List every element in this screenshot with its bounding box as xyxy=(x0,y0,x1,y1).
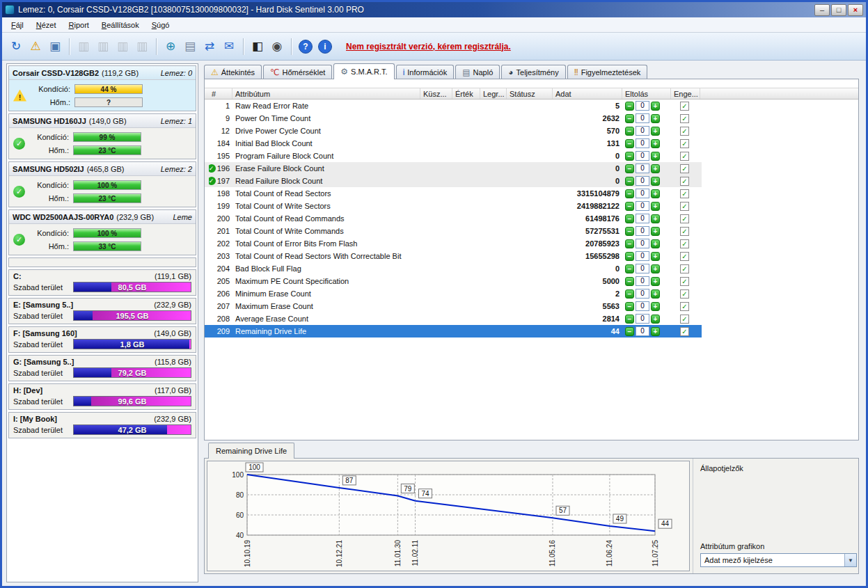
column-header-2[interactable]: Küsz... xyxy=(420,88,452,99)
offset-minus-button[interactable]: − xyxy=(625,114,634,123)
offset-value[interactable]: 0 xyxy=(636,314,649,324)
smart-row-202[interactable]: 202 Total Count of Error Bits From Flash… xyxy=(205,237,702,250)
offset-value[interactable]: 0 xyxy=(636,164,649,173)
offset-value[interactable]: 0 xyxy=(636,151,649,161)
offset-value[interactable]: 0 xyxy=(636,214,649,223)
smart-row-207[interactable]: 207 Maximum Erase Count 5563 −0+ ✓ xyxy=(205,300,702,312)
column-header-3[interactable]: Érték xyxy=(452,88,480,99)
offset-value[interactable]: 0 xyxy=(636,138,649,148)
offset-plus-button[interactable]: + xyxy=(651,327,660,336)
enabled-checkbox[interactable]: ✓ xyxy=(680,114,689,123)
smart-row-1[interactable]: 1 Raw Read Error Rate 5 −0+ ✓ xyxy=(205,100,702,112)
offset-plus-button[interactable]: + xyxy=(651,302,660,311)
minimize-button[interactable]: – xyxy=(814,4,830,16)
partition-panel[interactable]: I: [My Book](232,9 GB) Szabad terület 47… xyxy=(8,412,196,438)
web-icon[interactable]: ⊕ xyxy=(161,38,180,56)
enabled-checkbox[interactable]: ✓ xyxy=(680,127,689,136)
tab-overview[interactable]: ⚠Áttekintés xyxy=(204,65,262,79)
offset-value[interactable]: 0 xyxy=(636,301,649,311)
offset-minus-button[interactable]: − xyxy=(625,127,634,136)
offset-minus-button[interactable]: − xyxy=(625,202,634,211)
smart-row-197[interactable]: ✓197 Read Failure Block Count 0 −0+ ✓ xyxy=(205,175,702,187)
partition-panel[interactable]: E: [Samsung 5..](232,9 GB) Szabad terüle… xyxy=(8,298,196,324)
help-icon[interactable]: ? xyxy=(299,40,313,54)
enabled-checkbox[interactable]: ✓ xyxy=(680,315,689,324)
offset-minus-button[interactable]: − xyxy=(625,164,634,173)
partition-panel[interactable]: F: [Samsung 160](149,0 GB) Szabad terüle… xyxy=(8,326,196,353)
offset-value[interactable]: 0 xyxy=(636,101,649,111)
offset-minus-button[interactable]: − xyxy=(625,315,634,324)
mail-report-icon[interactable]: ✉ xyxy=(219,38,239,56)
offset-minus-button[interactable]: − xyxy=(625,327,634,336)
offset-minus-button[interactable]: − xyxy=(625,139,634,148)
offset-plus-button[interactable]: + xyxy=(651,127,660,136)
offset-plus-button[interactable]: + xyxy=(651,214,660,223)
register-notice-link[interactable]: Nem regisztrált verzió, kérem regisztrál… xyxy=(346,42,511,51)
enabled-checkbox[interactable]: ✓ xyxy=(680,177,689,186)
offset-plus-button[interactable]: + xyxy=(651,202,660,211)
refresh-disk-icon[interactable]: ⇄ xyxy=(200,38,219,56)
disk-panel[interactable]: Corsair CSSD-V128GB2(119,2 GB)Lemez: 0 !… xyxy=(8,65,196,111)
offset-plus-button[interactable]: + xyxy=(651,164,660,173)
offset-plus-button[interactable]: + xyxy=(651,277,660,286)
offset-minus-button[interactable]: − xyxy=(625,264,634,273)
offset-minus-button[interactable]: − xyxy=(625,227,634,236)
enabled-checkbox[interactable]: ✓ xyxy=(680,152,689,161)
offset-minus-button[interactable]: − xyxy=(625,277,634,286)
offset-plus-button[interactable]: + xyxy=(651,102,660,111)
smart-row-184[interactable]: 184 Initial Bad Block Count 131 −0+ ✓ xyxy=(205,137,702,150)
disk-panel[interactable]: WDC WD2500AAJS-00RYA0(232,9 GB)Leme ✓ Ko… xyxy=(8,209,196,255)
offset-value[interactable]: 0 xyxy=(636,201,649,211)
partition-panel[interactable]: H: [Dev](117,0 GB) Szabad terület 99,6 G… xyxy=(8,383,196,410)
enabled-checkbox[interactable]: ✓ xyxy=(680,189,689,198)
tab-alerts[interactable]: ‼Figyelmeztetések xyxy=(567,65,648,79)
enabled-checkbox[interactable]: ✓ xyxy=(680,102,689,111)
disk-panel[interactable]: SAMSUNG HD502IJ(465,8 GB)Lemez: 2 ✓ Kond… xyxy=(8,161,196,207)
report-monitor-icon[interactable]: ▣ xyxy=(45,38,65,56)
menu-view[interactable]: Nézet xyxy=(30,19,63,31)
offset-plus-button[interactable]: + xyxy=(651,315,660,324)
offset-value[interactable]: 0 xyxy=(636,226,649,236)
offset-value[interactable]: 0 xyxy=(636,276,649,286)
offset-value[interactable]: 0 xyxy=(636,176,649,186)
tab-performance[interactable]: ◕Teljesítmény xyxy=(501,65,565,79)
attribute-graph-select[interactable]: Adat mező kijelzése ▼ xyxy=(700,553,857,567)
chart-tab[interactable]: Remaining Drive Life xyxy=(208,443,294,459)
gamma-icon[interactable]: ◧ xyxy=(248,38,267,56)
offset-plus-button[interactable]: + xyxy=(651,189,660,198)
info-icon[interactable]: i xyxy=(318,40,332,54)
offset-value[interactable]: 0 xyxy=(636,189,649,198)
enabled-checkbox[interactable]: ✓ xyxy=(680,139,689,148)
enabled-checkbox[interactable]: ✓ xyxy=(680,302,689,311)
partition-panel[interactable]: C:(119,1 GB) Szabad terület 80,5 GB xyxy=(8,269,196,296)
tab-information[interactable]: iInformációk xyxy=(396,65,455,79)
column-header-0[interactable]: # xyxy=(209,88,232,99)
column-header-8[interactable]: Enge... xyxy=(671,88,700,99)
smart-row-200[interactable]: 200 Total Count of Read Commands 6149817… xyxy=(205,212,702,225)
offset-value[interactable]: 0 xyxy=(636,264,649,273)
smart-row-201[interactable]: 201 Total Count of Write Commands 572755… xyxy=(205,225,702,237)
offset-minus-button[interactable]: − xyxy=(625,302,634,311)
offset-value[interactable]: 0 xyxy=(636,251,649,261)
menu-help[interactable]: Súgó xyxy=(145,19,176,31)
enabled-checkbox[interactable]: ✓ xyxy=(680,277,689,286)
enabled-checkbox[interactable]: ✓ xyxy=(680,214,689,223)
offset-value[interactable]: 0 xyxy=(636,326,649,336)
smart-row-205[interactable]: 205 Maximum PE Count Specification 5000 … xyxy=(205,275,702,287)
alarm-icon[interactable]: ⚠ xyxy=(26,38,45,56)
menu-settings[interactable]: Beállítások xyxy=(95,19,145,31)
smart-row-195[interactable]: 195 Program Failure Block Count 0 −0+ ✓ xyxy=(205,150,702,162)
offset-value[interactable]: 0 xyxy=(636,113,649,123)
enabled-checkbox[interactable]: ✓ xyxy=(680,327,689,336)
offset-plus-button[interactable]: + xyxy=(651,152,660,161)
enabled-checkbox[interactable]: ✓ xyxy=(680,164,689,173)
smart-row-209[interactable]: 209 Remaining Drive Life 44 −0+ ✓ xyxy=(205,325,702,337)
report-doc-icon[interactable]: ▤ xyxy=(180,38,200,56)
offset-plus-button[interactable]: + xyxy=(651,139,660,148)
offset-value[interactable]: 0 xyxy=(636,289,649,299)
partition-panel[interactable]: G: [Samsung 5..](115,8 GB) Szabad terüle… xyxy=(8,355,196,381)
enabled-checkbox[interactable]: ✓ xyxy=(680,264,689,273)
column-header-7[interactable]: Eltolás xyxy=(622,88,671,99)
offset-minus-button[interactable]: − xyxy=(625,252,634,261)
smart-row-206[interactable]: 206 Minimum Erase Count 2 −0+ ✓ xyxy=(205,287,702,300)
